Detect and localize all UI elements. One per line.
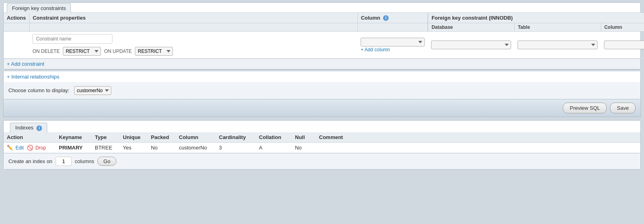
preview-sql-button[interactable]: Preview SQL: [563, 103, 607, 113]
index-column: customerNo: [176, 143, 216, 153]
add-constraint-row: + Add constraint: [4, 59, 640, 69]
action-bar: Preview SQL Save: [3, 99, 641, 117]
create-index-row: Create an index on columns Go: [4, 153, 640, 169]
database-select[interactable]: [431, 40, 511, 49]
create-index-label-after: columns: [75, 158, 94, 164]
fk-tab-label: Foreign key constraints: [7, 3, 71, 13]
on-delete-select[interactable]: RESTRICT CASCADE SET NULL NO ACTION: [63, 47, 101, 56]
indexes-tab-container: Indexes i: [4, 121, 640, 132]
main-container: Foreign key constraints Actions Constrai…: [0, 0, 644, 172]
fk-section: Foreign key constraints Actions Constrai…: [3, 2, 641, 70]
index-null: No: [292, 143, 316, 153]
fk-sub-header-row: Database Table Column: [4, 23, 644, 32]
fk-constraint-row: ON DELETE RESTRICT CASCADE SET NULL NO A…: [4, 32, 644, 59]
indexes-table: Action Keyname Type Unique Packed Column…: [4, 132, 640, 153]
indexes-header-collation: Collation: [256, 132, 292, 143]
drop-circle-icon: 🚫: [27, 145, 33, 151]
indexes-header-null: Null: [292, 132, 316, 143]
internal-relationships-container: + Internal relationships: [3, 71, 641, 82]
save-button[interactable]: Save: [610, 103, 636, 113]
index-packed: No: [148, 143, 176, 153]
internal-relationships-link[interactable]: + Internal relationships: [3, 71, 641, 82]
go-button[interactable]: Go: [97, 157, 116, 166]
fk-header-column: Column i: [357, 13, 428, 23]
index-unique: Yes: [120, 143, 148, 153]
index-columns-input[interactable]: [56, 157, 72, 166]
fk-header-innodb: Foreign key constraint (INNODB): [428, 13, 644, 23]
indexes-header-unique: Unique: [120, 132, 148, 143]
indexes-header-comment: Comment: [316, 132, 640, 143]
choose-column-label: Choose column to display:: [8, 87, 69, 93]
indexes-header-keyname: Keyname: [56, 132, 92, 143]
table-row: ✏️ Edit 🚫 Drop PRIMARY BTREE Yes No cust…: [4, 143, 640, 153]
fk-sub-header-table: Table: [514, 23, 601, 32]
indexes-header-action: Action: [4, 132, 56, 143]
constraint-name-input[interactable]: [32, 34, 112, 44]
drop-link[interactable]: Drop: [36, 145, 46, 151]
index-type: BTREE: [92, 143, 120, 153]
indexes-tab-label: Indexes i: [10, 123, 47, 133]
column-info-icon[interactable]: i: [383, 15, 389, 21]
index-cardinality: 3: [216, 143, 256, 153]
add-constraint-link[interactable]: + Add constraint: [4, 59, 48, 69]
fk-header-constraint: Constraint properties: [29, 13, 357, 23]
index-keyname: PRIMARY: [56, 143, 92, 153]
indexes-header-packed: Packed: [148, 132, 176, 143]
add-column-link[interactable]: + Add column: [361, 47, 390, 52]
edit-link[interactable]: Edit: [16, 145, 24, 151]
fk-column-select[interactable]: [604, 40, 644, 49]
indexes-header-cardinality: Cardinality: [216, 132, 256, 143]
column-select[interactable]: [361, 38, 425, 46]
fk-section-tab: Foreign key constraints: [4, 3, 640, 12]
table-select[interactable]: [518, 40, 598, 49]
index-comment: [316, 143, 640, 153]
indexes-tab-text: Indexes: [15, 125, 34, 131]
fk-header-column-label: Column: [361, 15, 380, 21]
index-collation: A: [256, 143, 292, 153]
indexes-header-type: Type: [92, 132, 120, 143]
indexes-header-row: Action Keyname Type Unique Packed Column…: [4, 132, 640, 143]
create-index-label-before: Create an index on: [8, 158, 52, 164]
fk-header-row: Actions Constraint properties Column i F…: [4, 13, 644, 23]
fk-sub-header-column: Column: [601, 23, 644, 32]
indexes-header-column: Column: [176, 132, 216, 143]
pencil-icon: ✏️: [7, 145, 13, 151]
indexes-section: Indexes i Action Keyname Type Unique Pac…: [3, 120, 641, 170]
fk-header-actions: Actions: [4, 13, 29, 23]
choose-column-select[interactable]: customerNo: [74, 86, 111, 95]
choose-column-section: Choose column to display: customerNo: [3, 82, 641, 99]
indexes-info-icon[interactable]: i: [36, 125, 42, 131]
fk-table: Actions Constraint properties Column i F…: [4, 12, 644, 59]
fk-sub-header-database: Database: [428, 23, 514, 32]
on-update-label: ON UPDATE: [104, 48, 132, 54]
on-delete-label: ON DELETE: [32, 48, 60, 54]
on-update-select[interactable]: RESTRICT CASCADE SET NULL NO ACTION: [135, 47, 173, 56]
